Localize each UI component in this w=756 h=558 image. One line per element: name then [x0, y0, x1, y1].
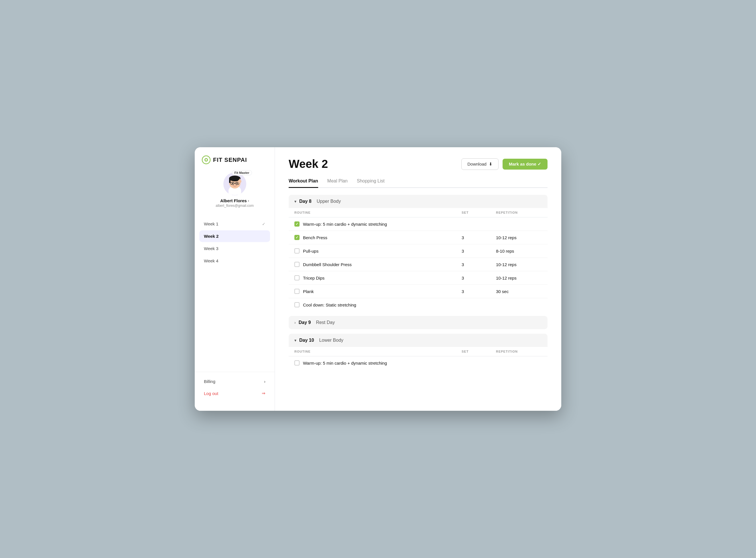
- day8-chevron-icon: ▾: [294, 199, 296, 204]
- sidebar-item-week4[interactable]: Week 4: [199, 255, 270, 267]
- day8-number: Day 8: [299, 199, 312, 204]
- col-routine-d10: ROUTINE: [294, 350, 462, 353]
- svg-point-10: [232, 183, 233, 184]
- routine-checkbox[interactable]: [294, 302, 299, 307]
- week1-check-icon: ✓: [262, 222, 265, 226]
- logo: FIT SENPAI: [195, 155, 275, 173]
- svg-rect-6: [229, 178, 231, 183]
- routine-checkbox[interactable]: [294, 235, 299, 240]
- week1-label: Week 1: [204, 222, 218, 226]
- day10-section: ▾ Day 10 Lower Body ROUTINE SET REPETITI…: [289, 334, 548, 370]
- logout-label: Log out: [204, 391, 218, 396]
- col-set-d10: SET: [462, 350, 496, 353]
- avatar-wrapper: Fit Master: [224, 173, 246, 195]
- svg-point-2: [205, 159, 207, 161]
- routine-checkbox[interactable]: [294, 289, 299, 294]
- billing-chevron-icon: ›: [264, 379, 265, 384]
- tab-workout[interactable]: Workout Plan: [289, 178, 318, 188]
- avatar-illustration: [225, 173, 245, 195]
- day10-name: Lower Body: [319, 338, 344, 343]
- day10-header[interactable]: ▾ Day 10 Lower Body: [289, 334, 548, 347]
- routine-name: Pull-ups: [294, 248, 462, 254]
- table-row: Warm-up: 5 min cardio + dynamic stretchi…: [289, 218, 548, 231]
- routine-name: Warm-up: 5 min cardio + dynamic stretchi…: [294, 360, 462, 365]
- table-row: Tricep Dips 3 10-12 reps: [289, 271, 548, 285]
- week3-label: Week 3: [204, 246, 218, 251]
- day8-routine-header: ROUTINE SET REPETITION: [289, 208, 548, 218]
- header-actions: Download ⬇ Mark as done ✓: [461, 158, 548, 170]
- app-window: FIT SENPAI: [195, 147, 561, 411]
- sidebar-bottom: Billing › Log out ⇒: [195, 372, 275, 403]
- main-content: Week 2 Download ⬇ Mark as done ✓ Workout…: [275, 147, 561, 411]
- profile-name[interactable]: Albert Flores ›: [220, 198, 249, 203]
- logout-icon: ⇒: [262, 391, 265, 396]
- day8-section: ▾ Day 8 Upper Body ROUTINE SET REPETITIO…: [289, 195, 548, 311]
- sidebar-item-week1[interactable]: Week 1 ✓: [199, 218, 270, 230]
- table-row: Bench Press 3 10-12 reps: [289, 231, 548, 244]
- day10-routine-header: ROUTINE SET REPETITION: [289, 347, 548, 356]
- day10-chevron-icon: ▾: [294, 338, 296, 343]
- fit-master-badge: Fit Master: [232, 170, 252, 175]
- col-repetition: REPETITION: [496, 211, 542, 214]
- table-row: Plank 3 30 sec: [289, 285, 548, 298]
- table-row: Cool down: Static stretching: [289, 298, 548, 311]
- page-title: Week 2: [289, 157, 328, 171]
- routine-name: Warm-up: 5 min cardio + dynamic stretchi…: [294, 222, 462, 227]
- col-routine: ROUTINE: [294, 211, 462, 214]
- routine-name: Bench Press: [294, 235, 462, 240]
- table-row: Warm-up: 5 min cardio + dynamic stretchi…: [289, 356, 548, 370]
- main-header: Week 2 Download ⬇ Mark as done ✓: [289, 157, 548, 171]
- routine-name: Tricep Dips: [294, 275, 462, 280]
- col-set: SET: [462, 211, 496, 214]
- download-icon: ⬇: [489, 161, 493, 167]
- svg-point-11: [237, 183, 238, 184]
- billing-item[interactable]: Billing ›: [204, 376, 265, 387]
- logo-icon: [202, 155, 211, 164]
- profile-section: Fit Master Albert Flores › albert_flores…: [195, 173, 275, 216]
- routine-checkbox[interactable]: [294, 360, 299, 365]
- routine-name: Plank: [294, 289, 462, 294]
- nav-section: Week 1 ✓ Week 2 Week 3 Week 4: [195, 216, 275, 372]
- tab-meal[interactable]: Meal Plan: [327, 178, 348, 188]
- day8-header[interactable]: ▾ Day 8 Upper Body: [289, 195, 548, 208]
- profile-chevron-icon: ›: [248, 199, 249, 203]
- sidebar-item-week2[interactable]: Week 2: [199, 230, 270, 242]
- sidebar: FIT SENPAI: [195, 147, 275, 411]
- mark-done-label: Mark as done ✓: [509, 161, 541, 167]
- routine-name: Cool down: Static stretching: [294, 302, 462, 307]
- routine-name: Dumbbell Shoulder Press: [294, 262, 462, 267]
- mark-done-button[interactable]: Mark as done ✓: [502, 159, 548, 170]
- download-label: Download: [467, 161, 487, 167]
- routine-checkbox[interactable]: [294, 262, 299, 267]
- day9-header[interactable]: › Day 9 Rest Day: [289, 316, 548, 329]
- day9-name: Rest Day: [316, 320, 335, 325]
- day9-section: › Day 9 Rest Day: [289, 316, 548, 329]
- routine-checkbox[interactable]: [294, 275, 299, 280]
- profile-email: albert_flores@gmail.com: [216, 204, 254, 208]
- routine-checkbox[interactable]: [294, 222, 299, 227]
- week4-label: Week 4: [204, 258, 218, 263]
- app-title: FIT SENPAI: [213, 157, 247, 163]
- tab-shopping[interactable]: Shopping List: [357, 178, 385, 188]
- billing-label: Billing: [204, 379, 215, 384]
- download-button[interactable]: Download ⬇: [461, 158, 499, 170]
- logout-item[interactable]: Log out ⇒: [204, 387, 265, 399]
- day8-name: Upper Body: [317, 199, 341, 204]
- day9-chevron-icon: ›: [294, 320, 296, 325]
- day9-number: Day 9: [299, 320, 311, 325]
- avatar: [224, 173, 246, 195]
- table-row: Pull-ups 3 8-10 reps: [289, 244, 548, 258]
- col-repetition-d10: REPETITION: [496, 350, 542, 353]
- table-row: Dumbbell Shoulder Press 3 10-12 reps: [289, 258, 548, 271]
- tabs: Workout Plan Meal Plan Shopping List: [289, 178, 548, 188]
- routine-checkbox[interactable]: [294, 248, 299, 254]
- day10-number: Day 10: [299, 338, 314, 343]
- week2-label: Week 2: [204, 234, 218, 238]
- sidebar-item-week3[interactable]: Week 3: [199, 243, 270, 254]
